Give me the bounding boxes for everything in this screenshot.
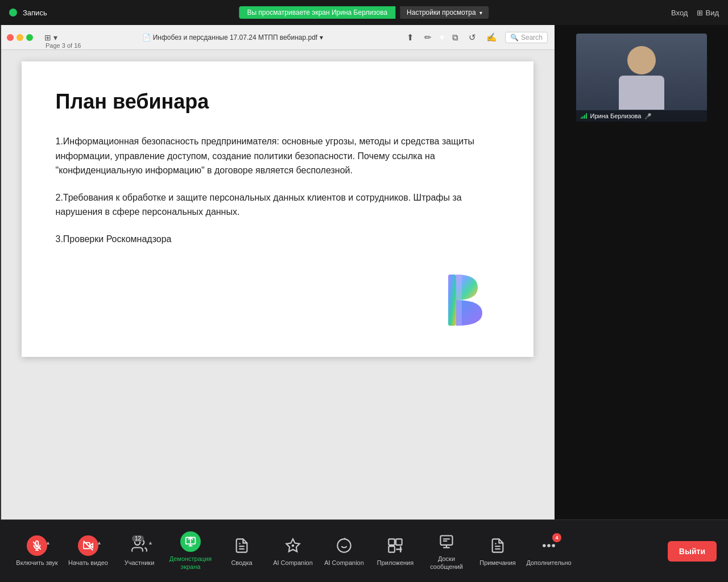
share-label: Демонстрация экрана [167, 555, 214, 570]
pdf-slide-title: План вебинара [56, 90, 499, 114]
exit-button[interactable]: Выйти [668, 541, 717, 562]
pdf-annotate-divider: ▾ [440, 32, 444, 43]
video-panel: Ирина Берлизова 🎤 [555, 25, 728, 519]
svg-point-16 [337, 539, 350, 552]
share-icon-wrap [180, 531, 201, 552]
more-icon-wrap: 4 [539, 535, 559, 556]
cam-icon-wrap: ▲ [78, 535, 98, 556]
main-area: ⊞ ▾ 📄 Инфобез и персданные 17.07.24 МТПП… [0, 25, 728, 519]
pdf-markup-button[interactable]: ✍ [484, 31, 499, 44]
toolbar-item-apps[interactable]: Приложения [370, 531, 421, 571]
view-icon: ⊞ [697, 9, 703, 17]
toolbar-item-summary[interactable]: Сводка [216, 531, 267, 571]
toolbar-item-mic[interactable]: ▲ Включить звук [11, 531, 63, 571]
pdf-item-3: 3.Проверки Роскомнадзора [56, 232, 499, 247]
svg-point-32 [552, 544, 555, 547]
participants-count: 12 [132, 535, 144, 542]
participants-icon-wrap: ▲ 12 [129, 535, 150, 556]
top-bar-left: Запись [9, 9, 47, 17]
ai-icon-wrap [283, 535, 303, 556]
chevron-down-icon: ▾ [320, 34, 323, 41]
pdf-crop-button[interactable]: ⧉ [450, 31, 461, 44]
close-window-button[interactable] [7, 34, 14, 41]
chevron-up-icon: ▲ [97, 540, 102, 546]
pdf-search-box[interactable]: 🔍 Search [505, 32, 548, 43]
top-bar-right: Вход ⊞ Вид [671, 9, 719, 17]
pdf-slide-body: 1.Информационная безопасность предприним… [56, 134, 499, 247]
more-label: Дополнительно [526, 559, 571, 567]
video-feed [576, 34, 707, 122]
pdf-share-button[interactable]: ⬆ [404, 31, 416, 44]
mic-icon-wrap: ▲ [27, 535, 47, 556]
signal-icon [581, 113, 587, 119]
whiteboard-icon-wrap [436, 531, 457, 552]
top-bar: Запись Вы просматриваете экран Ирина Бер… [0, 0, 728, 25]
pdf-item-1: 1.Информационная безопасность предприним… [56, 134, 499, 178]
mic-muted-icon: 🎤 [644, 113, 651, 119]
toolbar-item-share[interactable]: Демонстрация экрана [165, 527, 216, 575]
pdf-page: План вебинара 1.Информационная безопасно… [22, 61, 533, 357]
pdf-annotate-button[interactable]: ✏ [422, 31, 434, 44]
minimize-window-button[interactable] [16, 34, 23, 41]
pdf-viewer: ⊞ ▾ 📄 Инфобез и персданные 17.07.24 МТПП… [0, 25, 555, 519]
participant-video: Ирина Берлизова 🎤 [576, 34, 707, 122]
record-indicator [9, 9, 17, 16]
toolbar-item-cam[interactable]: ▲ Начать видео [63, 531, 114, 571]
svg-rect-22 [441, 536, 453, 545]
chevron-down-icon: ▾ [479, 10, 482, 16]
pdf-sidebar-toggle[interactable]: ⊞ ▾ [41, 32, 61, 43]
cam-label: Начать видео [68, 559, 108, 567]
summary-icon-wrap [231, 535, 252, 556]
cam-off-icon [78, 535, 98, 556]
notes-icon-wrap [487, 535, 508, 556]
person-head [627, 46, 656, 74]
apps-label: Приложения [377, 559, 413, 567]
svg-point-30 [543, 544, 545, 547]
pdf-content-area: План вебинара 1.Информационная безопасно… [0, 50, 555, 519]
summary-label: Сводка [231, 559, 252, 567]
svg-rect-1 [456, 275, 462, 326]
bottom-toolbar: ▲ Включить звук ▲ Начать видео [0, 519, 728, 582]
toolbar-item-more[interactable]: 4 Дополнительно [523, 531, 574, 571]
svg-point-31 [548, 544, 550, 547]
pdf-toolbar: ⊞ ▾ 📄 Инфобез и персданные 17.07.24 МТПП… [0, 25, 555, 50]
more-badge: 4 [552, 533, 561, 542]
record-label: Запись [23, 9, 47, 17]
view-button[interactable]: ⊞ Вид [697, 9, 719, 17]
participant-name: Ирина Берлизова [590, 113, 642, 119]
view-settings-button[interactable]: Настройки просмотра ▾ [400, 6, 489, 19]
login-button[interactable]: Вход [671, 9, 688, 17]
whiteboard-label: Доски сообщений [423, 555, 470, 570]
pdf-rotate-button[interactable]: ↺ [466, 31, 478, 44]
svg-rect-20 [396, 539, 402, 545]
toolbar-item-participants[interactable]: ▲ 12 Участники [114, 531, 165, 571]
chevron-up-icon: ▲ [46, 540, 51, 546]
svg-rect-21 [388, 546, 395, 552]
svg-rect-0 [448, 275, 456, 326]
pdf-logo [442, 272, 499, 329]
svg-rect-19 [388, 539, 395, 545]
toolbar-item-ai[interactable]: AI Companion [267, 531, 318, 571]
person-body [619, 76, 664, 110]
reactions-icon-wrap [334, 535, 354, 556]
toolbar-items: ▲ Включить звук ▲ Начать видео [11, 527, 659, 575]
toolbar-item-notes[interactable]: Примечания [472, 531, 523, 571]
svg-point-15 [292, 545, 293, 546]
pdf-page-info: Page 3 of 16 [46, 42, 81, 49]
notes-label: Примечания [479, 559, 516, 567]
pdf-item-2: 2.Требования к обработке и защите персон… [56, 190, 499, 219]
search-icon: 🔍 [510, 34, 519, 41]
pdf-toolbar-actions: ⬆ ✏ ▾ ⧉ ↺ ✍ 🔍 Search [404, 31, 548, 44]
mic-label: Включить звук [16, 559, 57, 567]
screen-banner-text: Вы просматриваете экран Ирина Берлизова [239, 6, 395, 19]
pdf-file-icon: 📄 [142, 34, 151, 41]
toolbar-item-reactions[interactable]: AI Companion [318, 531, 370, 571]
maximize-window-button[interactable] [26, 34, 33, 41]
mic-off-icon [27, 535, 47, 556]
apps-icon-wrap [385, 535, 406, 556]
screen-share-banner: Вы просматриваете экран Ирина Берлизова … [239, 6, 489, 19]
panel-separator [0, 25, 1, 519]
chevron-up-icon: ▲ [148, 540, 153, 546]
participants-label: Участники [125, 559, 155, 567]
toolbar-item-whiteboard[interactable]: Доски сообщений [421, 527, 472, 575]
